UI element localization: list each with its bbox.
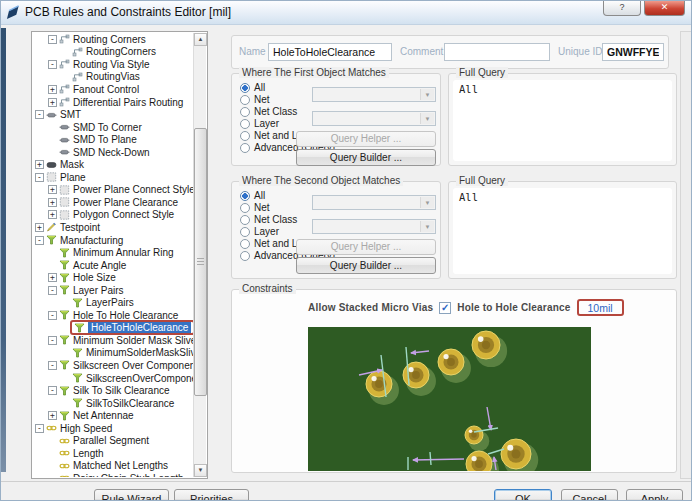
cancel-button[interactable]: Cancel: [561, 489, 618, 501]
priorities-button[interactable]: Priorities: [174, 489, 249, 501]
radio-net[interactable]: Net: [240, 94, 270, 105]
expand-toggle-icon[interactable]: -: [35, 110, 44, 119]
apply-button[interactable]: Apply: [626, 489, 683, 501]
tree-item-routing-via-style[interactable]: -Routing Via Style: [33, 58, 193, 71]
help-button[interactable]: ?: [603, 1, 641, 16]
net-class-dropdown[interactable]: ▼: [312, 219, 436, 234]
tree-item-plane[interactable]: -Plane: [33, 171, 193, 184]
tree-item-polygon-connect-style[interactable]: +Polygon Connect Style: [33, 209, 193, 222]
radio-net-class[interactable]: Net Class: [240, 106, 297, 117]
tree-item-silktosilkclearance[interactable]: SilkToSilkClearance: [33, 397, 193, 410]
chain-icon: [59, 448, 70, 458]
radio-icon: [240, 239, 250, 249]
full-query-value: All: [459, 83, 478, 95]
allow-stacked-checkbox[interactable]: ✓: [439, 302, 451, 314]
expand-toggle-icon[interactable]: -: [48, 386, 57, 395]
expand-toggle-icon[interactable]: +: [48, 185, 57, 194]
query-builder-button[interactable]: Query Builder ...: [296, 149, 436, 166]
tree-scrollbar[interactable]: ▲ ▼: [193, 33, 206, 477]
close-icon[interactable]: ✕: [644, 1, 685, 16]
titlebar[interactable]: PCB Rules and Constraints Editor [mil] ?…: [1, 1, 691, 25]
tree-item-smt[interactable]: -SMT: [33, 108, 193, 121]
tree-item-hole-size[interactable]: +Hole Size: [33, 271, 193, 284]
tree-item-minimumsoldermasksliver[interactable]: MinimumSolderMaskSliver: [33, 347, 193, 360]
tree-item-label: Manufacturing: [60, 235, 123, 246]
tree-item-differential-pairs-routing[interactable]: +Differential Pairs Routing: [33, 96, 193, 109]
tree-item-testpoint[interactable]: +Testpoint: [33, 221, 193, 234]
tree-item-silk-to-silk-clearance[interactable]: -Silk To Silk Clearance: [33, 384, 193, 397]
expand-toggle-icon[interactable]: +: [48, 210, 57, 219]
tree-item-label: Hole To Hole Clearance: [73, 310, 178, 321]
radio-net[interactable]: Net: [240, 202, 270, 213]
expand-toggle-icon[interactable]: -: [35, 173, 44, 182]
radio-all[interactable]: All: [240, 190, 265, 201]
expand-toggle-icon[interactable]: -: [48, 35, 57, 44]
plane-icon: [46, 172, 57, 182]
funnel-icon: [72, 348, 83, 358]
net-class-dropdown[interactable]: ▼: [312, 111, 436, 126]
route-icon: [72, 72, 83, 82]
expand-toggle-icon[interactable]: +: [48, 411, 57, 420]
tree-item-manufacturing[interactable]: -Manufacturing: [33, 234, 193, 247]
clearance-value-input[interactable]: 10mil: [588, 302, 613, 314]
tree-item-routing-corners[interactable]: -Routing Corners: [33, 33, 193, 46]
tree-item-routingvias[interactable]: RoutingVias: [33, 71, 193, 84]
expand-toggle-icon[interactable]: +: [48, 85, 57, 94]
scroll-down-icon[interactable]: ▼: [194, 464, 207, 477]
rule-wizard-button[interactable]: Rule Wizard: [94, 489, 169, 501]
radio-net-class[interactable]: Net Class: [240, 214, 297, 225]
tree-item-silkscreen-over-component-pads[interactable]: -Silkscreen Over Component Pads: [33, 359, 193, 372]
annotation-box: 10mil: [577, 299, 624, 316]
tree-item-high-speed[interactable]: -High Speed: [33, 422, 193, 435]
net-dropdown[interactable]: ▼: [312, 195, 436, 210]
expand-toggle-icon[interactable]: -: [48, 286, 57, 295]
expand-toggle-icon[interactable]: -: [48, 361, 57, 370]
rule-name-input[interactable]: [268, 43, 392, 61]
plane-icon: [59, 185, 70, 195]
radio-layer[interactable]: Layer: [240, 226, 279, 237]
scroll-thumb[interactable]: [194, 128, 207, 396]
expand-toggle-icon[interactable]: +: [48, 198, 57, 207]
tree-item-parallel-segment[interactable]: Parallel Segment: [33, 435, 193, 448]
ok-button[interactable]: OK: [494, 489, 552, 501]
expand-toggle-icon[interactable]: +: [48, 98, 57, 107]
tree-item-minimum-solder-mask-sliver[interactable]: -Minimum Solder Mask Sliver: [33, 334, 193, 347]
tree-item-silkscreenovercomponentpac[interactable]: SilkscreenOverComponentPac: [33, 372, 193, 385]
tree-item-fanout-control[interactable]: +Fanout Control: [33, 83, 193, 96]
tree-item-length[interactable]: Length: [33, 447, 193, 460]
tree-item-acute-angle[interactable]: Acute Angle: [33, 259, 193, 272]
tree-item-power-plane-connect-style[interactable]: +Power Plane Connect Style: [33, 184, 193, 197]
tree-item-smd-to-corner[interactable]: SMD To Corner: [33, 121, 193, 134]
query-builder-button[interactable]: Query Builder ...: [296, 257, 436, 274]
expand-toggle-icon[interactable]: -: [35, 236, 44, 245]
tree-item-layer-pairs[interactable]: -Layer Pairs: [33, 284, 193, 297]
tree-item-label: SilkscreenOverComponentPac: [86, 373, 193, 384]
query-helper-button[interactable]: Query Helper ...: [296, 131, 436, 147]
net-dropdown[interactable]: ▼: [312, 87, 436, 102]
expand-toggle-icon[interactable]: +: [48, 273, 57, 282]
unique-id-input[interactable]: [602, 43, 664, 61]
tree-item-layerpairs[interactable]: LayerPairs: [33, 296, 193, 309]
expand-toggle-icon[interactable]: +: [35, 160, 44, 169]
radio-all[interactable]: All: [240, 82, 265, 93]
scroll-up-icon[interactable]: ▲: [194, 33, 207, 46]
expand-toggle-icon[interactable]: -: [35, 424, 44, 433]
tree-item-minimum-annular-ring[interactable]: Minimum Annular Ring: [33, 246, 193, 259]
panel-scrollbar[interactable]: [680, 31, 692, 479]
expand-toggle-icon[interactable]: -: [48, 336, 57, 345]
radio-layer[interactable]: Layer: [240, 118, 279, 129]
comment-input[interactable]: [444, 43, 550, 61]
tree-item-routingcorners[interactable]: RoutingCorners: [33, 46, 193, 59]
expand-toggle-icon[interactable]: -: [48, 60, 57, 69]
tree-item-net-antennae[interactable]: +Net Antennae: [33, 409, 193, 422]
expand-toggle-icon[interactable]: +: [35, 223, 44, 232]
query-helper-button[interactable]: Query Helper ...: [296, 239, 436, 255]
tree-item-power-plane-clearance[interactable]: +Power Plane Clearance: [33, 196, 193, 209]
tree-item-holetoholeclearance[interactable]: HoleToHoleClearance: [33, 322, 193, 335]
tree-item-daisy-chain-stub-length[interactable]: Daisy Chain Stub Length: [33, 472, 193, 477]
tree-item-smd-to-plane[interactable]: SMD To Plane: [33, 133, 193, 146]
tree-item-mask[interactable]: +Mask: [33, 158, 193, 171]
tree-item-matched-net-lengths[interactable]: Matched Net Lengths: [33, 460, 193, 473]
tree-item-smd-neck-down[interactable]: SMD Neck-Down: [33, 146, 193, 159]
expand-toggle-icon[interactable]: -: [48, 311, 57, 320]
